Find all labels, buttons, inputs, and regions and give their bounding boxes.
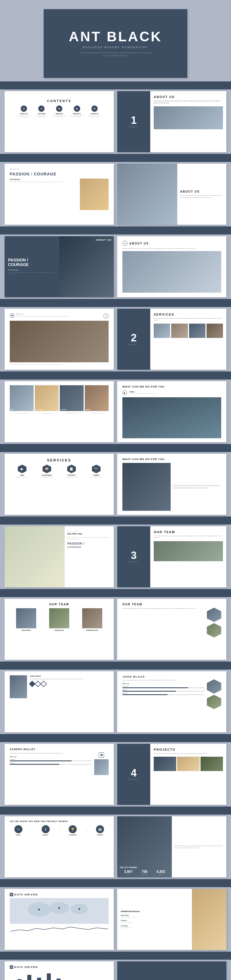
passion-text-col: PASS FEELING Just for today I will exerc… <box>10 178 80 210</box>
skill-bar-ps: Photoshop <box>122 686 205 688</box>
svc-photo-3 <box>189 324 205 338</box>
writing-text: WHAT CAN WE DO FOR YOU Just for today I … <box>65 526 114 587</box>
sandra-slide: SANDRA BULLET Just for today I will exer… <box>5 744 114 805</box>
city-desc: Just for today I will exercise my soul i… <box>175 845 223 849</box>
dark-band-4 <box>0 299 231 307</box>
city-photo <box>117 164 177 225</box>
about-title-3: ABOUT US <box>129 242 149 245</box>
svc-photo-1 <box>154 324 170 338</box>
sandra-content: Just for today I will exercise my soul i… <box>10 752 109 775</box>
skill-bar-ae: After Effects <box>122 692 205 695</box>
contents-item-2: ♦ OUR TEAM Just for today I will exercis… <box>34 105 48 118</box>
city-power-slide: THE CITY POWER 3,567 posts 758 comments … <box>117 816 226 877</box>
city-stat-1-val: 3,567 <box>124 870 133 873</box>
what-photo <box>122 397 221 438</box>
row-9: OUR TEAM DARK WHITE JOHN BLACK SANDRA BU… <box>0 597 231 662</box>
hex-item-4: 📷 CAMERA Just for today I will exercise <box>90 465 103 478</box>
arrow-icon: ➤ <box>122 241 128 246</box>
svc-img-label-4: CAMERA <box>85 409 90 410</box>
lim-label: Limitless <box>121 920 188 921</box>
svg-point-5 <box>58 907 60 909</box>
part2-number: 2 <box>131 333 136 343</box>
step-company: 🏢 COMPANY <box>96 825 104 836</box>
arrow-3: › <box>86 828 87 832</box>
svc-desc-3: Just for today I will exercise <box>60 413 83 414</box>
about-us-title-2: ABOUT US <box>180 190 223 193</box>
team-detail-slide: OUR TEAM Just for today I will exercise … <box>117 599 226 660</box>
row-14: ▦ DATA DRIVEN High qual <box>0 960 231 980</box>
hex-label-4: CAMERA <box>93 474 99 476</box>
dark-band-12 <box>0 879 231 887</box>
diamond-1 <box>29 681 35 687</box>
hex-label-2: ADVERTISING <box>42 474 52 476</box>
services-4photos-slide: VIDEO ADVERTISING CONTENTS CAMERA Just f… <box>5 381 114 442</box>
budget-label: BUDGET <box>43 834 48 836</box>
dark-white-name: DARK WHITE <box>22 630 31 631</box>
part3-content: OUR TEAM Just for today I will exercise … <box>150 526 226 587</box>
services-photos-row <box>154 324 223 338</box>
part4-content: PROJECTS Just for today I will exercise … <box>150 744 226 805</box>
heart-icon: ♥ <box>103 313 109 318</box>
contents-label-2: OUR TEAM <box>38 113 45 115</box>
diamond-outline-2 <box>40 681 47 687</box>
step-maker: ✏ MAKER <box>14 825 22 836</box>
dw-name: DARK WHITE <box>30 675 109 677</box>
jb-hex-1 <box>207 679 221 694</box>
limitless-item: Limitless Just for today I will exercise <box>121 920 188 923</box>
sandra-bullet-photo <box>82 608 102 628</box>
part3-team-slide: 3 PART OUR TEAM Just for today I will ex… <box>117 526 226 587</box>
contents-label-3: SERVICES <box>55 113 63 115</box>
what-photo-slide: WHAT CAN WE DO FOR YOU Just for today I … <box>117 454 226 515</box>
writing-label: WHAT CAN WE <box>67 530 111 532</box>
sandra-title: SANDRA BULLET <box>10 748 109 751</box>
about-us-photo <box>154 107 223 129</box>
arrow-2: › <box>59 828 60 832</box>
dark-band-2 <box>0 154 231 162</box>
services-hex-row: ▶ VIDEO Just for today I will exercise 📢… <box>10 465 109 478</box>
data-chart-slide: ▦ DATA DRIVEN High qual <box>5 961 114 980</box>
data-title-row: ▦ DATA DRIVEN <box>10 893 109 896</box>
what-can-slide: WHAT CAN WE DO FOR YOU ▶ VIDEO Just for … <box>117 381 226 442</box>
project-process-title: LET ME SHOW YOU HOW THE PROJECT WORKS <box>10 820 109 822</box>
contents-heading: CONTENTS <box>15 99 103 103</box>
bar-chart <box>10 970 109 980</box>
contents-item-3: ★ SERVICES Just for today I will exercis… <box>52 105 66 118</box>
world-map <box>10 898 109 924</box>
city-stat-1-label: posts <box>124 873 133 875</box>
about-us-body: Just for today I will exercise my soul i… <box>154 100 223 104</box>
contents-items: ◎ ABOUT US Just for today I will exercis… <box>15 105 103 118</box>
phone-header: ☎ ABOUT US Just for today I will exercis… <box>10 313 109 318</box>
celebrate-label: CELEBRATE <box>69 834 77 836</box>
about-body-3: Just for today I will exercise my soul i… <box>122 248 221 249</box>
city-stat-2-label: comments <box>142 873 148 875</box>
svc-desc-1: Just for today I will exercise <box>10 413 34 414</box>
part2-banner: 2 PART <box>117 309 150 370</box>
title-subtitle: BUSINESS REPORT POWERPOINT <box>83 46 148 49</box>
ourteam-desc: Just for today I will exercise my soul i… <box>154 535 223 539</box>
data-map-slide: ▦ DATA DRIVEN <box>5 889 114 950</box>
about-us-body-2: Just for today I will exercise my soul i… <box>180 195 223 198</box>
additional-bonus-label: Additional Bonus <box>121 910 188 913</box>
team-3members-slide: OUR TEAM DARK WHITE JOHN BLACK SANDRA BU… <box>5 599 114 660</box>
company-icon: 🏢 <box>96 825 104 833</box>
bonus-photo <box>192 889 226 950</box>
phone-label: ABOUT US <box>16 313 103 315</box>
dark-passion-desc: Just for today I will exercise my soul i… <box>8 272 56 275</box>
part3-label: PART <box>128 561 139 563</box>
team-members-row: DARK WHITE JOHN BLACK SANDRA BULLET <box>10 608 109 631</box>
proj-photo-1 <box>154 757 176 771</box>
about-label-sm: ABOUT US <box>10 168 109 170</box>
dark-band-7 <box>0 517 231 525</box>
what-desc-text: Just for today I will exercise my soul i… <box>173 485 221 489</box>
part1-aboutus-slide: 1 PART ABOUT US Just for today I will ex… <box>117 91 226 152</box>
dark-white-detail-text: DARK WHITE Just for today I will exercis… <box>30 675 109 728</box>
s-skill-1: Photoshop <box>10 759 92 761</box>
hex-icon-1: ▶ <box>18 465 26 473</box>
team-hex-photos <box>207 608 221 638</box>
laptop-icon: 💻 <box>99 752 104 757</box>
dark-pass-feeling: PASS FEELING <box>8 269 56 271</box>
hex-desc-3: Just for today I will exercise <box>66 477 78 478</box>
what-title-2: WHAT CAN WE DO FOR YOU <box>122 458 221 461</box>
data-title: DATA DRIVEN <box>14 893 38 896</box>
services-desc: Just for today I will exercise my soul i… <box>154 318 223 321</box>
